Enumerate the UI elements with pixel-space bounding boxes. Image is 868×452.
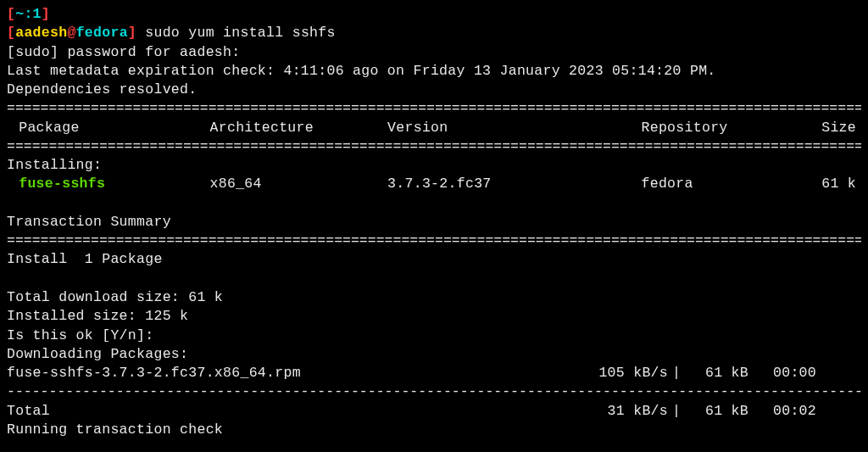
bracket-close: ] (42, 6, 50, 22)
download-size: 61 kB (685, 364, 748, 382)
sudo-prompt: [sudo] password for aadesh: (7, 43, 861, 62)
prompt-line-1: [~:1] (7, 5, 861, 24)
deps-resolved-line: Dependencies resolved. (7, 81, 861, 99)
pkg-arch: x86_64 (210, 175, 388, 193)
column-headers: Package Architecture Version Repository … (7, 119, 861, 137)
bracket-close-2: ] (128, 25, 136, 41)
terminal-output[interactable]: [~:1] [aadesh@fedora] sudo yum install s… (7, 5, 861, 439)
divider-header: ========================================… (7, 137, 861, 156)
total-speed: 31 kB/s (575, 402, 668, 421)
header-repository: Repository (642, 119, 803, 137)
header-size: Size (802, 119, 861, 137)
download-progress-row: fuse-sshfs-3.7.3-2.fc37.x86_64.rpm 105 k… (7, 364, 861, 382)
header-package: Package (7, 119, 210, 137)
download-size-line: Total download size: 61 k (7, 288, 861, 307)
installed-size-line: Installed size: 125 k (7, 307, 861, 326)
total-row: Total 31 kB/s | 61 kB 00:02 (7, 402, 861, 421)
bracket-open: [ (7, 6, 15, 22)
prompt-host: fedora (76, 25, 128, 41)
transaction-summary-label: Transaction Summary (7, 213, 861, 232)
running-check-line: Running transaction check (7, 421, 861, 439)
pkg-repo: fedora (642, 175, 803, 193)
prompt-at: @ (67, 25, 75, 41)
header-version: Version (387, 119, 641, 137)
download-sep: | (668, 364, 685, 382)
download-speed: 105 kB/s (575, 364, 668, 382)
install-count: Install 1 Package (7, 250, 861, 269)
package-row: fuse-sshfs x86_64 3.7.3-2.fc37 fedora 61… (7, 175, 861, 193)
prompt-num: 1 (33, 6, 42, 22)
downloading-label: Downloading Packages: (7, 345, 861, 364)
prompt-line-2: [aadesh@fedora] sudo yum install sshfs (7, 24, 861, 42)
header-architecture: Architecture (210, 119, 388, 137)
download-time: 00:00 (748, 364, 833, 382)
divider-top: ========================================… (7, 99, 861, 118)
bracket-open-2: [ (7, 25, 15, 41)
prompt-path: ~: (15, 6, 32, 22)
blank-line (7, 194, 861, 213)
divider-summary: ========================================… (7, 232, 861, 250)
total-sep: | (668, 402, 685, 421)
pkg-version: 3.7.3-2.fc37 (387, 175, 641, 193)
total-size: 61 kB (685, 402, 748, 421)
total-time: 00:02 (748, 402, 833, 421)
prompt-user: aadesh (15, 25, 67, 41)
installing-label: Installing: (7, 156, 861, 175)
total-label: Total (7, 402, 575, 421)
command-text: sudo yum install sshfs (145, 25, 335, 41)
pkg-name: fuse-sshfs (7, 175, 210, 193)
confirm-prompt[interactable]: Is this ok [Y/n]: (7, 326, 861, 345)
blank-line-2 (7, 270, 861, 288)
divider-downloads: ----------------------------------------… (7, 382, 861, 401)
download-filename: fuse-sshfs-3.7.3-2.fc37.x86_64.rpm (7, 364, 575, 382)
pkg-size: 61 k (802, 175, 861, 193)
metadata-check-line: Last metadata expiration check: 4:11:06 … (7, 62, 861, 81)
